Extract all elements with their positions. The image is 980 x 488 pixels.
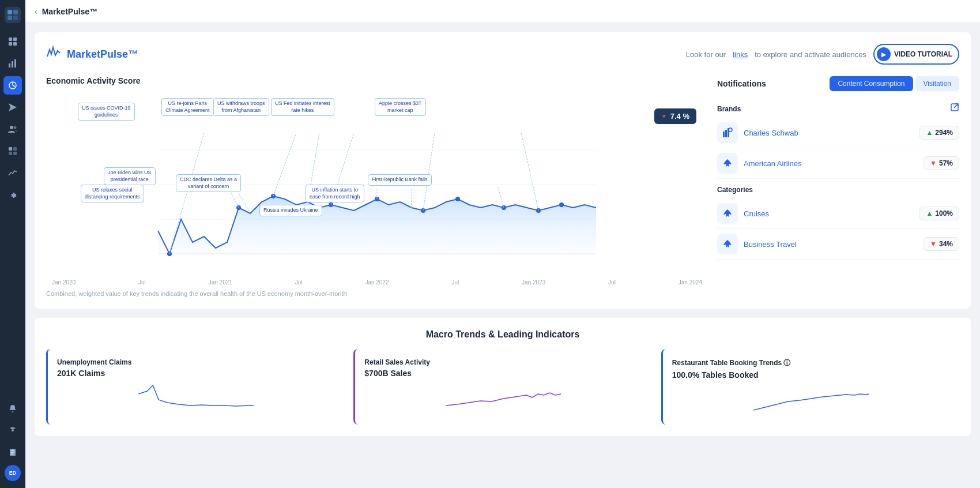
tab-group: Content Consumption Visitation — [830, 76, 959, 91]
svg-line-41 — [521, 133, 538, 211]
restaurant-sparkline — [672, 384, 950, 413]
macro-trends-card: Macro Trends & Leading Indicators Unempl… — [35, 318, 971, 436]
cruises-badge: ▲ 100% — [919, 207, 959, 220]
bell-icon[interactable] — [3, 399, 22, 418]
svg-line-38 — [308, 133, 319, 202]
svg-line-46 — [498, 187, 504, 208]
business-travel-badge: ▼ 34% — [924, 237, 959, 251]
svg-rect-10 — [14, 59, 16, 67]
business-travel-link[interactable]: Business Travel — [744, 240, 918, 249]
page-title: MarketPulse™ — [42, 7, 97, 16]
svg-rect-2 — [7, 16, 12, 20]
schwab-icon — [717, 122, 738, 143]
svg-line-39 — [331, 133, 354, 205]
video-btn-label: VIDEO TUTORIAL — [894, 50, 952, 58]
page-header: MarketPulse™ Look for our links to explo… — [46, 44, 959, 65]
brand-row-american-airlines: American Airlines ▼ 57% — [717, 148, 959, 179]
xaxis-jan2023: Jan 2023 — [522, 279, 545, 286]
dashboard-icon[interactable] — [3, 76, 22, 95]
economic-chart — [46, 92, 708, 277]
external-link-button[interactable] — [950, 103, 959, 114]
american-airlines-badge: ▼ 57% — [924, 156, 959, 170]
svg-rect-0 — [7, 10, 12, 14]
brands-section-title: Brands — [717, 105, 741, 113]
svg-rect-4 — [9, 37, 12, 41]
macro-card-unemployment: Unemployment Claims 201K Claims — [46, 349, 344, 425]
tooltip-value: 7.4 % — [670, 112, 689, 121]
schwab-value: 294% — [935, 129, 953, 137]
cruises-direction-icon: ▲ — [926, 209, 933, 217]
svg-point-32 — [455, 197, 460, 201]
svg-rect-15 — [13, 147, 17, 151]
unemployment-title: Unemployment Claims — [57, 358, 335, 366]
header-card: MarketPulse™ Look for our links to explo… — [35, 32, 971, 309]
chart-icon[interactable] — [3, 54, 22, 73]
notifications-panel: Notifications Content Consumption Visita… — [717, 76, 959, 297]
svg-rect-16 — [9, 152, 12, 155]
signal-icon[interactable] — [3, 421, 22, 440]
restaurant-title: Restaurant Table Booking Trends ⓘ — [672, 358, 950, 368]
restaurant-value: 100.0% Tables Booked — [672, 370, 950, 380]
grid-icon[interactable] — [3, 32, 22, 51]
chart-tooltip: ▼ 7.4 % — [654, 108, 696, 124]
chart-xaxis: Jan 2020 Jul Jan 2021 Jul Jan 2022 Jul J… — [46, 279, 708, 286]
svg-point-35 — [559, 202, 564, 207]
sidebar-logo[interactable] — [5, 7, 21, 23]
user-avatar[interactable]: ED — [5, 465, 21, 481]
svg-rect-9 — [12, 61, 13, 67]
cruises-link[interactable]: Cruises — [744, 209, 914, 218]
macro-grid: Unemployment Claims 201K Claims Retail S… — [46, 349, 959, 425]
settings-icon[interactable] — [3, 186, 22, 204]
book-icon[interactable] — [3, 443, 22, 461]
economic-section-title: Economic Activity Score — [46, 76, 708, 85]
header-links-link[interactable]: links — [733, 50, 748, 59]
macro-section-title: Macro Trends & Leading Indicators — [46, 329, 959, 340]
tab-content-consumption[interactable]: Content Consumption — [830, 76, 913, 91]
cruises-icon — [717, 203, 738, 224]
xaxis-jan2024: Jan 2024 — [679, 279, 702, 286]
xaxis-jul2021: Jul — [295, 279, 303, 286]
header-info-text2: to explore and activate audiences — [755, 50, 866, 59]
puzzle-icon[interactable] — [3, 142, 22, 160]
svg-point-12 — [10, 126, 13, 129]
tab-visitation[interactable]: Visitation — [915, 76, 959, 91]
logo-text: MarketPulse™ — [67, 48, 138, 61]
xaxis-jul2022: Jul — [451, 279, 459, 286]
business-travel-direction-icon: ▼ — [930, 240, 937, 248]
brand-row-schwab: Charles Schwab ▲ 294% — [717, 118, 959, 148]
category-row-business-travel: Business Travel ▼ 34% — [717, 229, 959, 260]
retail-title: Retail Sales Activity — [364, 358, 642, 366]
svg-rect-14 — [9, 147, 12, 151]
categories-section-title: Categories — [717, 186, 959, 194]
american-airlines-link[interactable]: American Airlines — [744, 159, 918, 168]
retail-sparkline — [364, 382, 642, 411]
page-scroll[interactable]: MarketPulse™ Look for our links to explo… — [25, 23, 980, 488]
main-content: ‹ MarketPulse™ MarketPulse™ Look for our — [25, 0, 980, 488]
xaxis-jul2023: Jul — [608, 279, 616, 286]
send-icon[interactable] — [3, 98, 22, 117]
header-info-text: Look for our — [686, 50, 726, 59]
business-travel-value: 34% — [939, 240, 953, 248]
svg-rect-17 — [13, 152, 17, 155]
retail-value: $700B Sales — [364, 369, 642, 378]
svg-line-42 — [227, 185, 239, 208]
back-button[interactable]: ‹ — [35, 7, 37, 16]
analytics-icon[interactable] — [3, 164, 22, 182]
svg-point-13 — [14, 126, 17, 129]
play-icon: ▶ — [877, 47, 891, 61]
xaxis-jan2022: Jan 2022 — [365, 279, 389, 286]
users-icon[interactable] — [3, 120, 22, 138]
schwab-badge: ▲ 294% — [919, 126, 959, 140]
xaxis-jul2020: Jul — [138, 279, 146, 286]
schwab-link[interactable]: Charles Schwab — [744, 129, 914, 137]
video-tutorial-button[interactable]: ▶ VIDEO TUTORIAL — [873, 44, 959, 65]
svg-rect-5 — [13, 37, 17, 41]
cruises-value: 100% — [935, 209, 953, 217]
notifications-title: Notifications — [717, 79, 766, 88]
american-airlines-direction-icon: ▼ — [930, 159, 937, 167]
american-airlines-value: 57% — [939, 159, 953, 167]
logo-waveform-icon — [46, 45, 62, 64]
svg-line-40 — [423, 133, 435, 211]
sidebar: ED — [0, 0, 25, 488]
schwab-direction-icon: ▲ — [926, 129, 933, 137]
